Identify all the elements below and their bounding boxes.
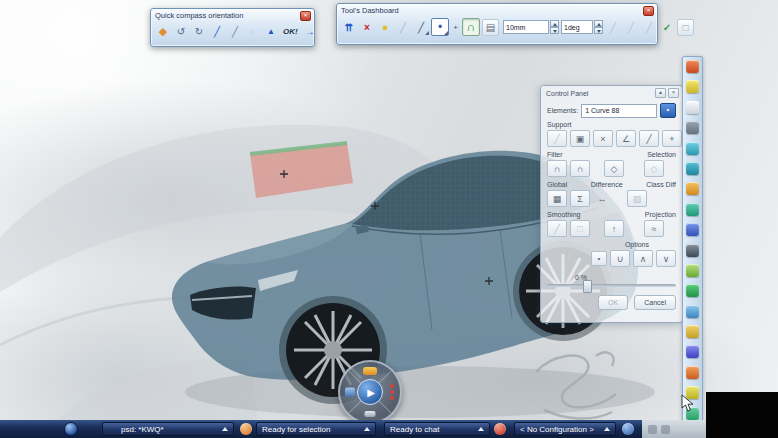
blank-icon[interactable]: ▫ [245, 23, 261, 39]
smoothing-a-icon[interactable]: ╱ [547, 220, 567, 237]
filter-icon-row: ∩ ∩ ◇ ◇ [541, 159, 682, 178]
side-tool-icon[interactable] [686, 366, 699, 379]
projection-surface-icon[interactable]: ≈ [644, 220, 664, 237]
class-diff-icon[interactable]: ▨ [627, 190, 647, 207]
confirm-icon[interactable]: ✓ [659, 19, 675, 35]
side-tool-icon[interactable] [686, 284, 699, 297]
options-vee-icon[interactable]: ∨ [656, 250, 676, 267]
smoothing-label: Smoothing [547, 211, 580, 218]
rotate-cw-icon[interactable]: ↻ [191, 23, 207, 39]
highlight-icon[interactable]: ● [377, 19, 393, 35]
close-icon[interactable]: × [668, 88, 679, 98]
snap-distance-field[interactable]: 10mm [503, 20, 549, 34]
compass-icon[interactable]: ◆ [155, 23, 171, 39]
close-icon[interactable]: × [643, 6, 654, 16]
chevron-up-icon[interactable] [604, 427, 610, 431]
support-erase-icon[interactable]: × [593, 130, 613, 147]
element-list-icon[interactable]: • [660, 103, 676, 118]
side-tool-icon[interactable] [686, 80, 699, 93]
pencil-icon[interactable]: ╱ [227, 23, 243, 39]
grid-icon[interactable]: ▦ [547, 190, 567, 207]
cancel-button[interactable]: Cancel [634, 295, 676, 310]
side-tool-icon[interactable] [686, 101, 699, 114]
projection-up-icon[interactable]: ↑ [604, 220, 624, 237]
side-tool-icon[interactable] [686, 60, 699, 73]
diamond-select-icon[interactable]: ◇ [604, 160, 624, 177]
page-icon[interactable]: ▤ [482, 19, 499, 36]
ok-button[interactable]: OK! [281, 27, 300, 36]
taskbar-item-configuration[interactable]: < No Configuration > [514, 422, 616, 436]
slash-b-icon[interactable]: ╱ [623, 19, 639, 35]
tools-dashboard-titlebar[interactable]: Tool's Dashboard × [337, 4, 657, 16]
blue-pen-icon[interactable]: ╱ [209, 23, 225, 39]
options-cup-icon[interactable]: ∪ [610, 250, 630, 267]
start-button[interactable] [64, 422, 78, 436]
spinner-icon[interactable] [550, 20, 559, 34]
flag-icon[interactable]: ▲ [263, 23, 279, 39]
puck-bottom-icon[interactable] [365, 411, 376, 417]
side-tool-icon[interactable] [686, 142, 699, 155]
support-pen-icon[interactable]: ╱ [547, 130, 567, 147]
snap-angle-field[interactable]: 1deg [561, 20, 593, 34]
side-tool-icon[interactable] [686, 244, 699, 257]
system-tray[interactable] [642, 420, 706, 438]
play-button[interactable]: ▶ [357, 379, 383, 405]
arrows-icon[interactable]: ↔ [593, 191, 611, 206]
ok-button[interactable]: OK [598, 295, 628, 310]
dome-b-icon[interactable]: ∩ [570, 160, 590, 177]
taskbar-item-psd[interactable]: psd: *KWQ* [102, 422, 234, 436]
rollup-icon[interactable]: ▴ [655, 88, 666, 98]
side-toolbar [682, 56, 703, 428]
taskbar-item-chat[interactable]: Ready to chat [384, 422, 490, 436]
pen-dropdown-icon[interactable]: ╱ [413, 19, 429, 35]
dome-toggle-icon[interactable]: ∩ [462, 18, 480, 36]
side-tool-icon[interactable] [686, 121, 699, 134]
side-tool-icon[interactable] [686, 223, 699, 236]
side-tool-icon[interactable] [686, 264, 699, 277]
support-target-icon[interactable]: ▣ [570, 130, 590, 147]
spinner-icon[interactable] [594, 20, 603, 34]
close-icon[interactable]: × [300, 11, 311, 21]
raise-icon[interactable]: ⇈ [341, 19, 357, 35]
support-angle-icon[interactable]: ∠ [616, 130, 636, 147]
puck-left-icon[interactable] [345, 388, 355, 397]
selection-label: Selection [647, 151, 676, 158]
control-panel: Control Panel ▴ × Elements: 1 Curve 88 •… [540, 85, 683, 323]
options-wedge-icon[interactable]: ∧ [633, 250, 653, 267]
taskbar-item-selection[interactable]: Ready for selection [256, 422, 376, 436]
slash-a-icon[interactable]: ╱ [605, 19, 621, 35]
delete-icon[interactable]: × [359, 19, 375, 35]
slider-handle[interactable] [583, 280, 592, 293]
plus-icon[interactable]: + [451, 19, 460, 35]
smoothing-b-icon[interactable]: □ [570, 220, 590, 237]
chevron-up-icon[interactable] [364, 427, 370, 431]
chevron-up-icon[interactable] [478, 427, 484, 431]
projection-label: Projection [645, 211, 676, 218]
elements-field[interactable]: 1 Curve 88 [581, 104, 657, 118]
color-swatch-icon[interactable]: • [431, 18, 449, 36]
side-tool-icon[interactable] [686, 203, 699, 216]
support-slope-icon[interactable]: ╱ [639, 130, 659, 147]
diamond-inactive-icon[interactable]: ◇ [644, 160, 664, 177]
sigma-icon[interactable]: Σ [570, 190, 590, 207]
puck-top-icon[interactable] [363, 367, 377, 375]
side-tool-icon[interactable] [686, 345, 699, 358]
slash-c-icon[interactable]: ╱ [641, 19, 657, 35]
side-tool-icon[interactable] [686, 162, 699, 175]
side-tool-icon[interactable] [686, 182, 699, 195]
side-tool-icon[interactable] [686, 325, 699, 338]
chevron-up-icon[interactable] [222, 427, 228, 431]
end-button[interactable]: □ [677, 19, 694, 36]
support-move-icon[interactable]: + [662, 130, 682, 147]
puck-menu-icon[interactable] [390, 384, 394, 400]
control-panel-titlebar[interactable]: Control Panel ▴ × [541, 86, 682, 99]
blend-slider[interactable] [547, 284, 676, 287]
options-dot-icon[interactable]: • [591, 251, 607, 266]
dome-a-icon[interactable]: ∩ [547, 160, 567, 177]
apply-arrow-icon[interactable]: → [302, 23, 318, 39]
inactive-slash-icon[interactable]: ╱ [395, 19, 411, 35]
support-icon-row: ╱ ▣ × ∠ ╱ + [541, 129, 682, 148]
quick-compass-titlebar[interactable]: Quick compass orientation × [151, 9, 314, 21]
side-tool-icon[interactable] [686, 305, 699, 318]
rotate-ccw-icon[interactable]: ↺ [173, 23, 189, 39]
